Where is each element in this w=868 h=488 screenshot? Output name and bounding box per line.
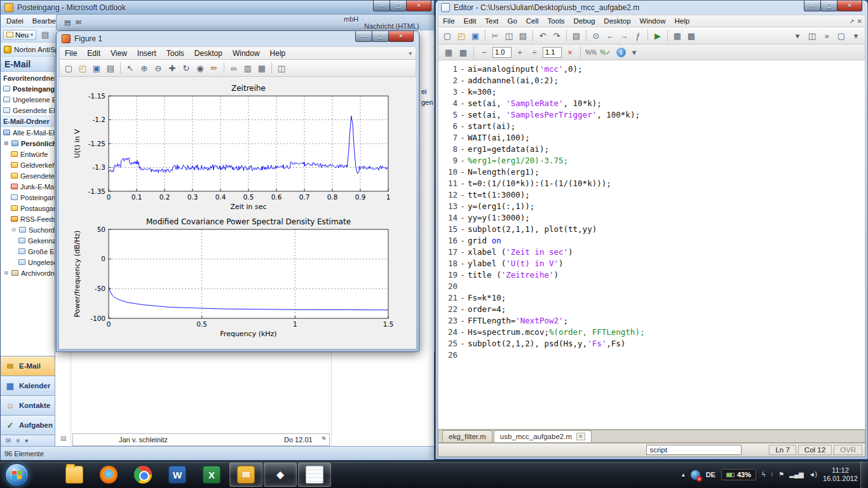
code-line-11[interactable]: 11-t=0:(1/(10*k)):(1-(1/(10*k))); [438,178,865,189]
taskbar-app-chrome[interactable] [126,463,159,487]
nav-button-aufgaben[interactable]: ✓Aufgaben [1,415,55,435]
code-line-2[interactable]: 2-addchannel(ai,0:2); [438,75,865,86]
flag-icon[interactable]: ⚑ [778,471,784,478]
tree-expander-icon[interactable]: ⊞ [3,270,9,276]
favorite-folder[interactable]: Gesendete Elemente [1,105,55,116]
percent-b-icon[interactable]: %✓ [599,46,612,58]
cell-value-right[interactable] [543,47,562,58]
code-line-17[interactable]: 17-xlabel ('Zeit in sec') [438,247,865,258]
code-line-8[interactable]: 8-erg1=getdata(ai); [438,144,865,155]
mail-icon[interactable]: ✉ [6,437,11,444]
code-line-6[interactable]: 6-start(ai); [438,121,865,132]
forward-icon[interactable]: → [618,29,630,42]
code-line-26[interactable]: 26 [438,349,865,361]
legend-icon[interactable]: ▦ [255,62,268,74]
decrease-value-button[interactable]: − [478,46,491,58]
code-line-14[interactable]: 14-yy=y(1:3000); [438,212,865,224]
figure-menu-help[interactable]: Help [265,48,291,58]
save-icon[interactable]: ▣ [469,29,482,42]
folder-item[interactable]: RSS-Feeds [1,214,55,224]
code-line-7[interactable]: 7-WAIT(ai,100); [438,132,865,144]
figure-menu-window[interactable]: Window [227,48,265,58]
start-button[interactable] [5,463,29,487]
code-line-16[interactable]: 16-grid on [438,235,865,247]
print-icon[interactable]: ▤ [104,62,117,74]
zoom-in-icon[interactable]: ⊕ [138,62,151,74]
data-cursor-icon[interactable]: ◉ [194,62,207,74]
info-icon[interactable]: i [616,48,626,57]
function-icon[interactable]: ƒ [632,29,644,42]
figure-menu-edit[interactable]: Edit [82,48,105,58]
editor-menu-file[interactable]: File [438,17,459,25]
folder-item[interactable]: Gekennzeichnete E-Mails [1,235,55,246]
new-doc-icon[interactable]: ▢ [62,62,75,74]
close-button[interactable]: ✕ [388,31,414,42]
back-icon[interactable]: ← [604,29,616,42]
chevron-down-icon[interactable]: ▾ [25,437,28,444]
folder-item[interactable]: Junk-E-Mail [1,181,55,192]
editor-menu-debug[interactable]: Debug [569,17,599,25]
figure-menu-insert[interactable]: Insert [132,48,161,58]
editor-menu-cell[interactable]: Cell [522,17,543,25]
folder-item[interactable]: Gesendete Elemente [1,170,55,181]
folder-item[interactable]: Posteingang [1,192,55,203]
dock-plot-icon[interactable]: ◫ [275,62,288,74]
taskbar-app-excel[interactable]: X [195,463,228,487]
brush-icon[interactable]: ✏ [208,62,220,74]
folder-item[interactable]: ⊞Archivordner [1,268,55,278]
undo-icon[interactable]: ↶ [536,29,549,42]
favorite-folder[interactable]: Posteingang [1,83,55,94]
favorite-folder[interactable]: Ungelesene E-Mail [1,94,55,105]
editor-titlebar[interactable]: Editor - C:\Users\Julian\Desktop\usb_mcc… [436,1,867,15]
open-folder-icon[interactable]: ◰ [76,62,89,74]
cell-a-icon[interactable]: ▦ [442,46,455,58]
percent-a-icon[interactable]: %% [585,46,597,58]
nav-button-kalender[interactable]: ▦Kalender [1,376,55,395]
cut-icon[interactable]: ✂ [489,29,501,42]
cell-b-icon[interactable]: ▩ [685,29,698,42]
printer-icon[interactable]: ▤ [39,29,51,41]
close-button[interactable]: ✕ [406,1,431,11]
taskbar-app-firefox[interactable] [92,463,125,487]
code-line-13[interactable]: 13-y=(erg1(:,1)); [438,201,865,212]
printer-icon[interactable]: ▤ [64,18,71,27]
new-doc-icon[interactable]: ▢ [441,29,454,42]
folder-item[interactable]: ⊟Persönliche Ordner [1,138,55,149]
editor-menu-text[interactable]: Text [480,17,503,25]
code-line-24[interactable]: 24-Hs=spectrum.mcov;%(order, FFTLength); [438,327,865,338]
folder-item[interactable]: Geldverkehr [1,159,55,170]
find-icon[interactable]: ⊙ [590,29,602,42]
cell-value-left[interactable] [492,47,512,58]
code-line-15[interactable]: 15-subplot(2,1,1), plot(tt,yy) [438,224,865,235]
taskbar-app-outlook[interactable]: ✉ [229,463,262,487]
undock-icon[interactable]: ↗ [849,18,854,25]
editor-tab-usb_mcc_aufgabe2.m[interactable]: usb_mcc_aufgabe2.m✕ [494,430,592,442]
nav-button-e-mail[interactable]: ✉E-Mail [1,356,55,376]
folder-item[interactable]: Postausgang [1,203,55,214]
antivirus-tray-icon[interactable]: ✕ [691,470,700,480]
editor-menu-window[interactable]: Window [635,17,670,25]
minimize-button[interactable]: — [355,31,372,42]
copy-icon[interactable]: ◫ [503,29,515,42]
menu-overflow-icon[interactable]: ▾ [409,50,416,57]
print-icon[interactable]: ▤ [570,29,583,42]
taskbar-app-explorer[interactable] [58,463,91,487]
cursor-arrow-icon[interactable]: ↖ [124,62,137,74]
code-line-23[interactable]: 23-FFTLength='NextPow2'; [438,315,865,327]
code-line-9[interactable]: 9-%erg1=(erg1/20)-3.75; [438,155,865,166]
multiply-value-button[interactable]: × [564,46,576,58]
code-line-19[interactable]: 19-title ('Zeitreihe') [438,269,865,281]
overflow-icon[interactable]: » [820,29,833,42]
cell-b-icon[interactable]: ▩ [457,46,470,58]
zoom-out-icon[interactable]: ⊖ [152,62,165,74]
menu-datei[interactable]: Datei [2,17,28,25]
chevron-down-icon[interactable]: ▾ [850,29,862,42]
outlook-titlebar[interactable]: Posteingang - Microsoft Outlook — ▢ ✕ [1,1,434,15]
increase-value-button[interactable]: + [513,46,526,58]
editor-menu-tools[interactable]: Tools [543,17,569,25]
network-icon[interactable]: ▂▄▆ [789,471,803,478]
message-row[interactable]: Jan v. schleinitz Do 12.01 ⚑ [72,433,330,446]
close-button[interactable]: ✕ [837,1,862,11]
flag-icon[interactable]: ⚑ [321,435,327,442]
rotate-3d-icon[interactable]: ↻ [180,62,193,74]
